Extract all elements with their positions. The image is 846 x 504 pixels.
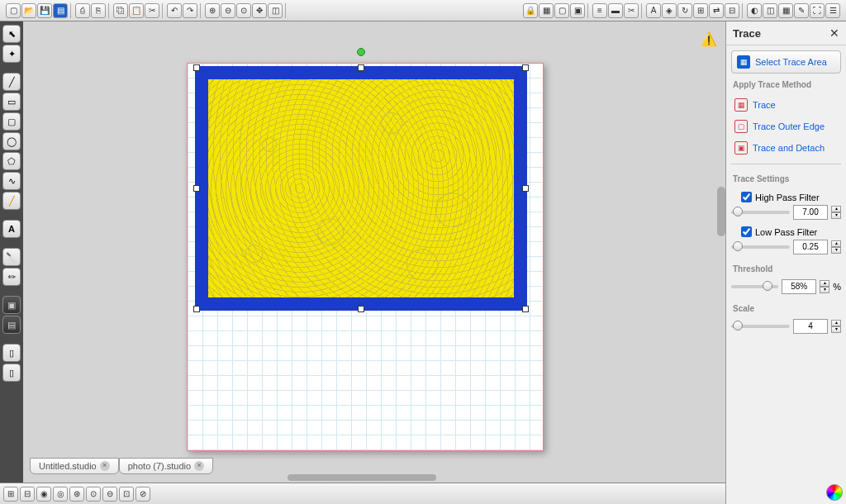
canvas[interactable]: × ⚠️ Untitled.studio× photo (7).studio× <box>23 21 725 483</box>
paste-icon[interactable]: 📋 <box>129 3 144 18</box>
handle-mid-left[interactable] <box>193 185 200 192</box>
tab-close-icon[interactable]: × <box>194 461 204 471</box>
weld-icon[interactable]: ◐ <box>747 3 762 18</box>
trace-outer-button[interactable]: ▢Trace Outer Edge <box>731 117 841 136</box>
prefs-icon[interactable]: ☰ <box>825 3 840 18</box>
handle-mid-right[interactable] <box>522 185 529 192</box>
text-tool-icon[interactable]: A <box>2 220 21 238</box>
lock-icon[interactable]: 🔒 <box>523 3 538 18</box>
scale-step-down[interactable]: ▾ <box>831 326 841 333</box>
lpf-step-up[interactable]: ▴ <box>831 240 841 247</box>
threshold-step-up[interactable]: ▴ <box>820 280 829 287</box>
select-tool-icon[interactable]: ⬉ <box>2 25 21 43</box>
handle-top-right[interactable] <box>522 64 529 71</box>
modify-icon[interactable]: ◫ <box>763 3 777 18</box>
undo-icon[interactable]: ↶ <box>167 3 182 18</box>
warning-icon[interactable]: ⚠️ <box>701 31 715 46</box>
curve-tool-icon[interactable]: ∿ <box>2 172 21 190</box>
handle-bot-left[interactable] <box>193 306 200 312</box>
threshold-step-down[interactable]: ▾ <box>820 287 829 293</box>
polygon-tool-icon[interactable]: ⬠ <box>2 152 21 170</box>
handle-bot-right[interactable] <box>522 306 529 312</box>
send-icon[interactable]: ⎘ <box>91 3 106 18</box>
handle-top-mid[interactable] <box>358 64 364 71</box>
scale-value[interactable]: 4 <box>793 319 828 334</box>
handle-bot-mid[interactable] <box>358 306 364 312</box>
zoom-out-icon[interactable]: ⊖ <box>221 3 235 18</box>
grid-icon[interactable]: ▦ <box>539 3 554 18</box>
expand-icon[interactable]: ⛶ <box>810 3 825 18</box>
zoom-fit-icon[interactable]: ⊙ <box>236 3 251 18</box>
light-tool-1-icon[interactable]: ▯ <box>2 344 21 362</box>
new-file-icon[interactable]: ▢ <box>6 3 21 18</box>
copy-icon[interactable]: ⿻ <box>113 3 128 18</box>
lpf-step-down[interactable]: ▾ <box>831 247 841 254</box>
replicate-icon[interactable]: ⊟ <box>725 3 739 18</box>
print-icon[interactable]: ⎙ <box>75 3 90 18</box>
tab-photo7[interactable]: photo (7).studio× <box>119 458 213 474</box>
threshold-slider[interactable] <box>731 285 778 288</box>
dark-tool-2-icon[interactable]: ▤ <box>2 316 21 334</box>
intersect-icon[interactable]: ⊙ <box>86 487 101 502</box>
weld-bottom-icon[interactable]: ⊛ <box>69 487 84 502</box>
trace-detach-button[interactable]: ▣Trace and Detach <box>731 139 841 157</box>
hpf-slider[interactable] <box>731 211 790 214</box>
scale-step-up[interactable]: ▴ <box>831 320 841 326</box>
tab-untitled[interactable]: Untitled.studio× <box>30 458 119 474</box>
lpf-value[interactable]: 0.25 <box>793 240 828 254</box>
trace-selection[interactable]: × <box>195 66 527 311</box>
light-tool-2-icon[interactable]: ▯ <box>2 364 21 382</box>
lpf-checkbox[interactable] <box>741 226 752 237</box>
threshold-value[interactable]: 58% <box>782 279 816 294</box>
handle-top-left[interactable] <box>193 64 200 71</box>
save-icon[interactable]: 💾 <box>37 3 52 18</box>
rotate-handle[interactable] <box>357 48 365 56</box>
compound-icon[interactable]: ◉ <box>36 487 51 502</box>
page-icon[interactable]: ▢ <box>554 3 569 18</box>
panel-close-icon[interactable]: ✕ <box>829 26 839 40</box>
redo-icon[interactable]: ↷ <box>183 3 197 18</box>
line-color-icon[interactable]: ≡ <box>592 3 607 18</box>
horizontal-scrollbar[interactable] <box>288 474 436 481</box>
align-icon[interactable]: ⊞ <box>693 3 708 18</box>
line-tool-icon[interactable]: ╱ <box>2 73 21 91</box>
lpf-slider[interactable] <box>731 245 790 249</box>
rounded-rect-icon[interactable]: ▢ <box>2 112 21 131</box>
text-icon[interactable]: A <box>646 3 661 18</box>
mirror-icon[interactable]: ⇄ <box>709 3 724 18</box>
rect-tool-icon[interactable]: ▭ <box>2 93 21 111</box>
eraser-tool-icon[interactable]: ✏ <box>2 268 21 286</box>
vertical-scrollbar[interactable] <box>717 187 725 236</box>
scale-slider[interactable] <box>731 325 790 328</box>
open-file-icon[interactable]: 📂 <box>21 3 36 18</box>
color-wheel-icon[interactable] <box>826 484 843 501</box>
freehand-tool-icon[interactable]: ╱ <box>2 192 21 210</box>
cut-style-icon[interactable]: ✂ <box>624 3 639 18</box>
trace-button[interactable]: ▦Trace <box>731 96 841 114</box>
fill-color-icon[interactable]: ▬ <box>608 3 623 18</box>
reg-icon[interactable]: ▣ <box>570 3 585 18</box>
knife-tool-icon[interactable]: 🔪 <box>2 248 21 266</box>
offset-icon[interactable]: ◈ <box>662 3 677 18</box>
pan-icon[interactable]: ✥ <box>252 3 267 18</box>
sketch-icon[interactable]: ✎ <box>794 3 809 18</box>
rotate-icon[interactable]: ↻ <box>677 3 692 18</box>
hpf-step-up[interactable]: ▴ <box>831 206 841 212</box>
crop-icon[interactable]: ⊡ <box>119 487 134 502</box>
subtract-icon[interactable]: ⊖ <box>102 487 117 502</box>
hpf-checkbox[interactable] <box>741 192 752 202</box>
library-icon[interactable]: ▤ <box>53 3 68 18</box>
detach-icon[interactable]: ⊘ <box>135 487 150 502</box>
hpf-step-down[interactable]: ▾ <box>831 212 841 219</box>
release-icon[interactable]: ◎ <box>53 487 68 502</box>
dark-tool-1-icon[interactable]: ▣ <box>2 296 21 314</box>
group-icon[interactable]: ⊞ <box>3 487 18 502</box>
select-trace-area-button[interactable]: ▦Select Trace Area <box>731 50 841 74</box>
edit-points-icon[interactable]: ✦ <box>2 45 21 63</box>
cut-icon[interactable]: ✂ <box>145 3 159 18</box>
close-selection-icon[interactable]: × <box>511 71 522 83</box>
ellipse-tool-icon[interactable]: ◯ <box>2 132 21 150</box>
zoom-select-icon[interactable]: ◫ <box>268 3 283 18</box>
zoom-in-icon[interactable]: ⊕ <box>205 3 220 18</box>
ungroup-icon[interactable]: ⊟ <box>20 487 35 502</box>
